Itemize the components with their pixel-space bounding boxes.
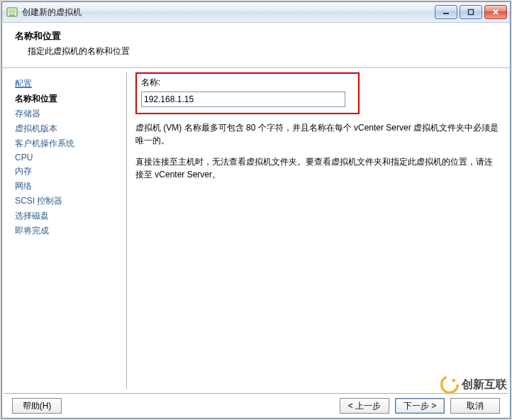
wizard-body: 配置 名称和位置 存储器 虚拟机版本 客户机操作系统 CPU 内存 网络 SCS… [2,68,510,393]
step-cpu: CPU [15,151,126,164]
name-label: 名称: [141,77,354,89]
name-input[interactable] [141,92,345,107]
back-button[interactable]: < 上一步 [340,398,389,414]
step-storage: 存储器 [15,106,126,121]
step-scsi: SCSI 控制器 [15,194,126,209]
minimize-button[interactable] [435,5,457,19]
step-vm-version: 虚拟机版本 [15,121,126,136]
next-button[interactable]: 下一步 > [395,398,445,414]
step-disk: 选择磁盘 [15,209,126,223]
maximize-button[interactable] [460,5,482,19]
app-icon [6,6,18,18]
description-2: 直接连接至主机时，无法查看虚拟机文件夹。要查看虚拟机文件夹和指定此虚拟机的位置，… [135,155,500,181]
window-buttons [435,5,507,19]
step-memory: 内存 [15,164,126,179]
step-name-location: 名称和位置 [15,92,126,106]
close-button[interactable] [484,5,507,19]
cancel-button[interactable]: 取消 [450,398,500,414]
svg-rect-1 [9,9,16,13]
help-button[interactable]: 帮助(H) [12,398,62,414]
description-1: 虚拟机 (VM) 名称最多可包含 80 个字符，并且名称在每个 vCenter … [135,121,500,147]
window-title: 创建新的虚拟机 [22,6,430,18]
page-title: 名称和位置 [15,30,497,43]
highlighted-region: 名称: [135,72,360,114]
step-guest-os: 客户机操作系统 [15,136,126,151]
step-ready: 即将完成 [15,223,126,238]
dialog-window: 创建新的虚拟机 名称和位置 指定此虚拟机的名称和位置 配置 名称和位置 存储器 … [1,1,511,419]
wizard-header: 名称和位置 指定此虚拟机的名称和位置 [2,23,510,68]
wizard-content: 名称: 虚拟机 (VM) 名称最多可包含 80 个字符，并且名称在每个 vCen… [127,68,510,393]
wizard-steps: 配置 名称和位置 存储器 虚拟机版本 客户机操作系统 CPU 内存 网络 SCS… [6,72,127,389]
titlebar: 创建新的虚拟机 [2,2,510,23]
step-network: 网络 [15,179,126,194]
page-subtitle: 指定此虚拟机的名称和位置 [15,45,497,57]
svg-rect-2 [469,10,474,15]
step-config[interactable]: 配置 [15,77,126,92]
wizard-footer: 帮助(H) < 上一步 下一步 > 取消 [2,394,510,418]
